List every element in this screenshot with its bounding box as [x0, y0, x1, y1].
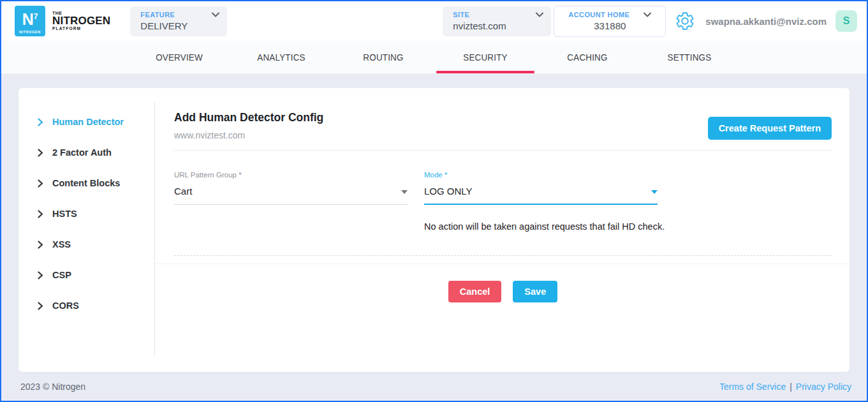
site-dropdown[interactable]: SITE nviztest.com: [443, 6, 551, 36]
chevron-down-icon: [212, 12, 219, 17]
cancel-button[interactable]: Cancel: [448, 281, 502, 302]
sidebar-item-2-factor-auth[interactable]: 2 Factor Auth: [38, 145, 155, 160]
mode-value: LOG ONLY: [424, 186, 473, 197]
sidebar-item-content-blocks[interactable]: Content Blocks: [38, 176, 155, 190]
sidebar-item-xss[interactable]: XSS: [38, 237, 155, 251]
mode-select[interactable]: Mode * LOG ONLY: [424, 171, 658, 205]
logo-letter: N7: [22, 11, 38, 27]
chevron-down-icon: [644, 12, 651, 17]
account-home-value: 331880: [562, 20, 658, 31]
url-pattern-group-value: Cart: [174, 186, 192, 197]
dashed-divider: [174, 255, 832, 256]
sidebar-item-label: 2 Factor Auth: [52, 147, 112, 158]
account-home-dropdown[interactable]: ACCOUNT HOME 331880: [554, 6, 666, 37]
sidebar-item-label: XSS: [52, 239, 71, 249]
page-body: Human Detector 2 Factor Auth Content Blo…: [1, 74, 867, 372]
tab-analytics[interactable]: ANALYTICS: [232, 41, 330, 73]
privacy-policy-link[interactable]: Privacy Policy: [796, 382, 851, 392]
chevron-down-icon: [536, 12, 543, 17]
content-card: Human Detector 2 Factor Auth Content Blo…: [18, 88, 850, 372]
chevron-right-icon: [38, 118, 43, 126]
app-window: N7 NITROGEN THE NITROGEN PLATFORM FEATUR…: [0, 0, 868, 402]
sidebar-item-label: CORS: [52, 301, 79, 311]
security-sidebar: Human Detector 2 Factor Auth Content Blo…: [18, 88, 155, 372]
logo-caption: NITROGEN: [15, 30, 45, 34]
chevron-right-icon: [38, 302, 43, 310]
url-pattern-group-select[interactable]: URL Pattern Group * Cart: [174, 171, 408, 205]
main-panel: Add Human Detector Config www.nviztest.c…: [155, 88, 850, 372]
avatar[interactable]: S: [835, 10, 857, 32]
sidebar-item-label: HSTS: [52, 209, 77, 219]
site-dropdown-label: SITE: [453, 11, 469, 19]
brand-text: THE NITROGEN PLATFORM: [52, 11, 110, 31]
brand-name: NITROGEN: [52, 15, 110, 27]
nitrogen-logo[interactable]: N7 NITROGEN THE NITROGEN PLATFORM: [15, 6, 110, 36]
sidebar-item-hsts[interactable]: HSTS: [38, 207, 155, 221]
user-email: swapna.akkanti@nviz.com: [705, 16, 827, 27]
account-home-label: ACCOUNT HOME: [568, 11, 629, 19]
copyright: 2023 © Nitrogen: [20, 382, 85, 392]
site-dropdown-value: nviztest.com: [453, 20, 543, 31]
link-separator: |: [790, 382, 792, 392]
mode-helper-text: No action will be taken against requests…: [424, 221, 832, 232]
sidebar-item-label: Human Detector: [52, 117, 124, 127]
app-footer: 2023 © Nitrogen Terms of Service | Priva…: [1, 372, 867, 401]
create-request-pattern-button[interactable]: Create Request Pattern: [708, 117, 832, 140]
gear-icon[interactable]: [675, 11, 695, 31]
page-title: Add Human Detector Config: [174, 111, 323, 124]
chevron-right-icon: [38, 149, 43, 157]
save-button[interactable]: Save: [513, 281, 557, 302]
sidebar-item-csp[interactable]: CSP: [38, 268, 155, 282]
triangle-down-icon: [651, 190, 658, 194]
sidebar-item-cors[interactable]: CORS: [38, 299, 155, 313]
chevron-right-icon: [38, 179, 43, 188]
terms-of-service-link[interactable]: Terms of Service: [719, 382, 786, 392]
form-divider: [155, 264, 850, 264]
feature-dropdown[interactable]: FEATURE DELIVERY: [130, 6, 227, 36]
chevron-right-icon: [38, 271, 43, 279]
tab-routing[interactable]: ROUTING: [334, 41, 432, 73]
tab-overview[interactable]: OVERVIEW: [130, 41, 228, 73]
app-header: N7 NITROGEN THE NITROGEN PLATFORM FEATUR…: [1, 1, 867, 41]
tab-security[interactable]: SECURITY: [436, 41, 534, 73]
brand-suffix: PLATFORM: [52, 27, 110, 31]
tab-settings[interactable]: SETTINGS: [640, 41, 739, 73]
url-pattern-group-label: URL Pattern Group *: [174, 171, 408, 179]
feature-dropdown-value: DELIVERY: [140, 20, 219, 31]
main-nav: OVERVIEW ANALYTICS ROUTING SECURITY CACH…: [1, 41, 867, 74]
site-subtitle: www.nviztest.com: [174, 130, 323, 140]
triangle-down-icon: [401, 190, 408, 194]
feature-dropdown-label: FEATURE: [140, 11, 175, 19]
sidebar-item-label: CSP: [52, 270, 71, 280]
section-divider: [174, 150, 832, 151]
nitrogen-logo-icon: N7 NITROGEN: [15, 6, 45, 36]
tab-caching[interactable]: CACHING: [538, 41, 636, 73]
chevron-right-icon: [38, 210, 43, 218]
sidebar-item-human-detector[interactable]: Human Detector: [38, 115, 155, 129]
mode-label: Mode *: [424, 171, 658, 179]
chevron-right-icon: [38, 241, 43, 249]
sidebar-item-label: Content Blocks: [52, 178, 120, 188]
